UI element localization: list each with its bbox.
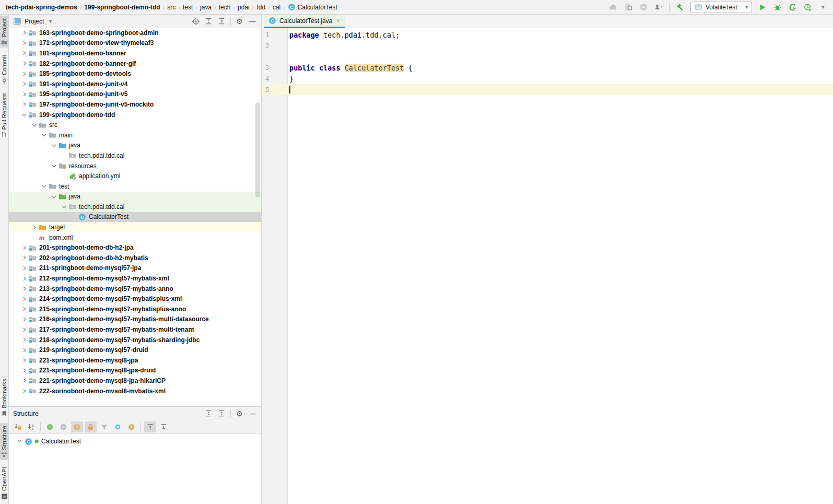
show-lambdas-icon[interactable]: λ: [125, 421, 137, 432]
chevron-down-icon[interactable]: [50, 142, 58, 149]
tree-row-202-springboot-demo-db-h2-mybatis[interactable]: 202-springboot-demo-db-h2-mybatis: [9, 253, 261, 263]
tree-row-tech-pdai-tdd-cal[interactable]: tech.pdai.tdd.cal: [9, 202, 261, 212]
tree-row-191-springboot-demo-junit-v4[interactable]: 191-springboot-demo-junit-v4: [9, 79, 261, 89]
tree-row-215-springboot-demo-mysql57-mybatisplus-anno[interactable]: 215-springboot-demo-mysql57-mybatisplus-…: [9, 304, 261, 314]
chevron-down-icon[interactable]: [16, 437, 23, 446]
chevron-right-icon[interactable]: [20, 101, 28, 108]
tree-row-212-springboot-demo-mysql57-mybatis-xml[interactable]: 212-springboot-demo-mysql57-mybatis-xml: [9, 273, 261, 284]
tree-row-main[interactable]: main: [9, 130, 261, 140]
breadcrumb-item-src[interactable]: src: [166, 3, 177, 12]
breadcrumb-item-cal[interactable]: cal: [271, 3, 282, 12]
chevron-right-icon[interactable]: [20, 388, 28, 393]
breadcrumb-item-java[interactable]: java: [198, 3, 213, 12]
chevron-right-icon[interactable]: [20, 336, 28, 343]
tree-row-213-springboot-demo-mysql57-mybatis-anno[interactable]: 213-springboot-demo-mysql57-mybatis-anno: [9, 284, 261, 294]
chevron-right-icon[interactable]: [20, 367, 28, 374]
show-non-public-icon[interactable]: [85, 421, 97, 432]
tree-row-218-springboot-demo-mysql57-mybatis-sharding-jdbc[interactable]: 218-springboot-demo-mysql57-mybatis-shar…: [9, 335, 261, 345]
tree-row-221-springboot-demo-mysql8-jpa-hikaricp[interactable]: 221-springboot-demo-mysql8-jpa-hikariCP: [9, 376, 261, 386]
more-chevron-icon[interactable]: ▾: [818, 3, 828, 12]
tree-row-tech-pdai-tdd-cal[interactable]: tech.pdai.tdd.cal: [9, 150, 261, 161]
code-line-2[interactable]: 2: [262, 40, 833, 51]
tree-row-target[interactable]: target: [9, 222, 261, 232]
chevron-right-icon[interactable]: [20, 40, 28, 46]
chevron-down-icon[interactable]: [20, 111, 28, 118]
code-line-5[interactable]: 5: [262, 84, 833, 95]
autoscroll-to-source-icon[interactable]: [144, 421, 156, 432]
tool-window-button-project[interactable]: Project: [0, 16, 9, 48]
chevron-right-icon[interactable]: [20, 296, 28, 302]
tree-row-221-springboot-demo-mysql8-jpa[interactable]: 221-springboot-demo-mysql8-jpa: [9, 355, 261, 366]
breadcrumb-item-pdai[interactable]: pdai: [236, 3, 251, 12]
user-dropdown-icon[interactable]: [654, 3, 663, 12]
code-line-1[interactable]: 1package tech.pdai.tdd.cal;: [262, 29, 833, 40]
code-line-4[interactable]: 4}: [262, 73, 833, 84]
tree-row-182-springboot-demo-banner-gif[interactable]: 182-springboot-demo-banner-gif: [9, 58, 261, 69]
build-hammer-icon[interactable]: [675, 3, 685, 12]
chevron-right-icon[interactable]: [20, 306, 28, 312]
tool-window-button-structure[interactable]: Structure: [0, 423, 9, 460]
tree-row-pom-xml[interactable]: mpom.xml: [9, 232, 261, 243]
chevron-right-icon[interactable]: [20, 377, 28, 384]
chevron-right-icon[interactable]: [20, 265, 28, 272]
tree-row-src[interactable]: src: [9, 120, 261, 130]
chevron-down-icon[interactable]: [40, 183, 48, 190]
project-tree-scrollbar[interactable]: [255, 102, 260, 197]
close-icon[interactable]: ×: [335, 17, 341, 24]
run-icon[interactable]: [758, 3, 767, 12]
collapse-all-icon[interactable]: [217, 17, 226, 26]
show-fields-icon[interactable]: f: [71, 421, 83, 432]
tree-row-199-springboot-demo-tdd[interactable]: 199-springboot-demo-tdd: [9, 110, 261, 120]
gear-icon[interactable]: ⚙: [235, 17, 244, 26]
tree-row-216-springboot-demo-mysql57-mybatis-multi-datasource[interactable]: 216-springboot-demo-mysql57-mybatis-mult…: [9, 314, 261, 325]
breadcrumb-item-199-springboot-demo-tdd[interactable]: 199-springboot-demo-tdd: [83, 3, 161, 12]
chevron-right-icon[interactable]: [20, 316, 28, 323]
hide-panel-icon[interactable]: —: [248, 17, 257, 26]
plugin-hexagon-icon[interactable]: [639, 3, 648, 12]
tree-row-resources[interactable]: resources: [9, 161, 261, 171]
tree-row-test[interactable]: test: [9, 181, 261, 192]
gear-icon[interactable]: ⚙: [235, 409, 244, 418]
tree-row-java[interactable]: java: [9, 140, 261, 151]
profiler-icon[interactable]: [803, 3, 813, 12]
debug-icon[interactable]: [773, 3, 782, 12]
run-configuration-select[interactable]: VolatileTest▾: [690, 2, 752, 13]
chevron-right-icon[interactable]: [20, 285, 28, 292]
breadcrumb-item-tech[interactable]: tech: [217, 3, 232, 12]
chevron-right-icon[interactable]: [20, 60, 28, 67]
chevron-right-icon[interactable]: [20, 275, 28, 282]
expand-all-icon[interactable]: [204, 17, 213, 26]
chevron-right-icon[interactable]: [20, 347, 28, 354]
tree-row-211-springboot-demo-mysql57-jpa[interactable]: 211-springboot-demo-mysql57-jpa: [9, 263, 261, 274]
chevron-down-icon[interactable]: [40, 132, 48, 138]
breadcrumb-item-calculatortest[interactable]: CCalculatorTest: [286, 2, 339, 12]
chevron-right-icon[interactable]: [20, 80, 28, 87]
tree-row-java[interactable]: java: [9, 192, 261, 202]
chevron-right-icon[interactable]: [20, 244, 28, 251]
tool-window-button-openapi[interactable]: OpenAPIAPI: [0, 464, 9, 502]
tree-row-201-springboot-demo-db-h2-jpa[interactable]: 201-springboot-demo-db-h2-jpa: [9, 242, 261, 253]
code-area[interactable]: 1package tech.pdai.tdd.cal;23public clas…: [262, 28, 833, 504]
tree-row-217-springboot-demo-mysql57-mybatis-multi-tenant[interactable]: 217-springboot-demo-mysql57-mybatis-mult…: [9, 324, 261, 335]
chevron-right-icon[interactable]: [20, 91, 28, 98]
expand-all-icon[interactable]: [204, 409, 213, 418]
tree-row-222-springboot-demo-mysql8-mybatis-xml[interactable]: 222-springboot-demo-mysql8-mybatis-xml: [9, 386, 261, 393]
chevron-right-icon[interactable]: [20, 50, 28, 56]
chevron-down-icon[interactable]: [60, 203, 68, 210]
tree-row-181-springboot-demo-banner[interactable]: 181-springboot-demo-banner: [9, 48, 261, 58]
chevron-down-icon[interactable]: [50, 193, 58, 200]
chevron-right-icon[interactable]: [20, 254, 28, 261]
chevron-right-icon[interactable]: [20, 326, 28, 333]
breadcrumb-item-test[interactable]: test: [181, 3, 194, 12]
tree-row-195-springboot-demo-junit-v5[interactable]: 195-springboot-demo-junit-v5: [9, 89, 261, 100]
breadcrumb-item-tech-pdai-spring-demos[interactable]: tech-pdai-spring-demos: [4, 3, 79, 12]
code-line-3[interactable]: 3public class CalculatorTest {: [262, 62, 833, 73]
show-anonymous-classes-icon[interactable]: [112, 421, 124, 432]
chevron-right-icon[interactable]: [20, 357, 28, 364]
tool-window-button-bookmarks[interactable]: Bookmarks: [0, 376, 9, 419]
editor-tab[interactable]: C CalculatorTest.java ×: [264, 15, 345, 28]
sort-by-visibility-icon[interactable]: [11, 421, 24, 432]
sort-alphabetically-icon[interactable]: az: [25, 421, 37, 432]
tree-row-214-springboot-demo-mysql57-mybatisplus-xml[interactable]: 214-springboot-demo-mysql57-mybatisplus-…: [9, 294, 261, 304]
chevron-right-icon[interactable]: [20, 29, 28, 36]
